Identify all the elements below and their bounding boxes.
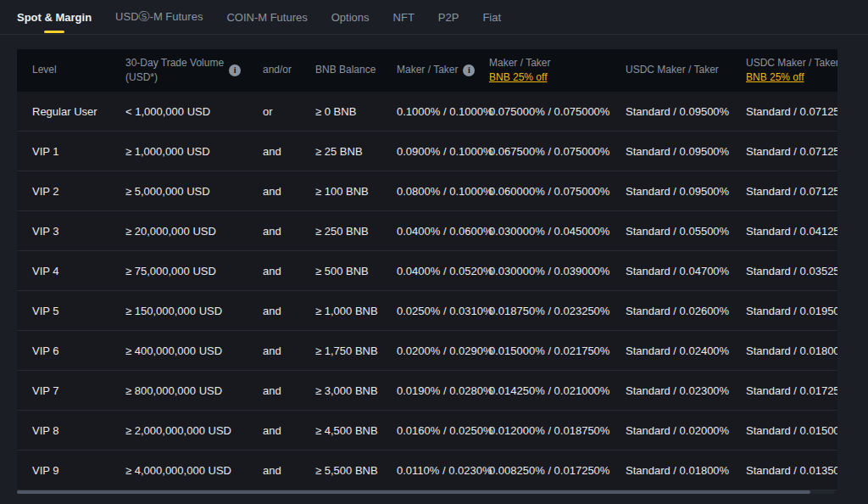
table-row: VIP 4 ≥ 75,000,000 USD and ≥ 500 BNB 0.0… [17, 251, 837, 291]
header-usdc-maker-taker: USDC Maker / Taker [626, 63, 746, 77]
tab-nft[interactable]: NFT [393, 0, 415, 34]
cell-usdc-bnb: Standard / 0.018000 [746, 344, 837, 357]
cell-usdc-maker-taker: Standard / 0.05500% [626, 225, 746, 238]
cell-usdc-maker-taker: Standard / 0.09500% [626, 145, 746, 158]
table-row: VIP 9 ≥ 4,000,000,000 USD and ≥ 5,500 BN… [17, 451, 837, 490]
tab-label: USDⓈ-M Futures [115, 9, 203, 25]
cell-trade-volume: ≥ 400,000,000 USD [125, 344, 263, 357]
cell-usdc-bnb: Standard / 0.041250 [746, 225, 837, 238]
cell-maker-taker-bnb: 0.067500% / 0.075000% [489, 145, 626, 158]
cell-andor: and [263, 344, 315, 357]
tab-options[interactable]: Options [331, 0, 370, 34]
cell-maker-taker-bnb: 0.030000% / 0.045000% [489, 225, 626, 238]
tab-fiat[interactable]: Fiat [482, 0, 501, 34]
cell-usdc-bnb: Standard / 0.071250 [746, 145, 837, 158]
cell-level: VIP 1 [32, 145, 125, 158]
tab-label: Options [331, 11, 370, 24]
horizontal-scrollbar-track[interactable] [17, 490, 835, 494]
cell-maker-taker: 0.0400% / 0.0600% [397, 225, 489, 238]
tab-label: Spot & Margin [17, 11, 92, 24]
cell-trade-volume: ≥ 150,000,000 USD [125, 305, 263, 317]
cell-bnb-balance: ≥ 3,000 BNB [315, 384, 397, 397]
cell-andor: and [263, 185, 315, 198]
table-row: VIP 6 ≥ 400,000,000 USD and ≥ 1,750 BNB … [17, 331, 837, 371]
cell-usdc-bnb: Standard / 0.013500 [746, 464, 837, 477]
table-header-row: Level 30-Day Trade Volume(USD*) i and/or… [17, 49, 837, 92]
header-andor: and/or [263, 63, 315, 77]
cell-usdc-bnb: Standard / 0.015000 [746, 424, 837, 437]
tab-usd-m-futures[interactable]: USDⓈ-M Futures [115, 0, 203, 34]
cell-usdc-bnb: Standard / 0.017250 [746, 384, 837, 397]
cell-andor: and [263, 145, 315, 158]
cell-maker-taker-bnb: 0.030000% / 0.039000% [489, 265, 626, 277]
cell-usdc-bnb: Standard / 0.071250 [746, 185, 837, 198]
cell-maker-taker: 0.1000% / 0.1000% [397, 105, 489, 118]
cell-maker-taker: 0.0190% / 0.0280% [397, 384, 489, 397]
fee-table: Level 30-Day Trade Volume(USD*) i and/or… [17, 49, 837, 490]
tab-label: P2P [438, 11, 459, 24]
cell-usdc-maker-taker: Standard / 0.02400% [626, 344, 746, 357]
cell-bnb-balance: ≥ 1,750 BNB [315, 344, 397, 357]
cell-trade-volume: ≥ 2,000,000,000 USD [125, 424, 263, 437]
cell-andor: and [263, 464, 315, 477]
cell-maker-taker-bnb: 0.014250% / 0.021000% [489, 384, 626, 397]
cell-level: VIP 7 [32, 384, 125, 397]
cell-trade-volume: ≥ 5,000,000 USD [125, 185, 263, 198]
cell-maker-taker-bnb: 0.060000% / 0.075000% [489, 185, 626, 198]
cell-maker-taker: 0.0900% / 0.1000% [397, 145, 489, 158]
cell-usdc-maker-taker: Standard / 0.02600% [626, 305, 746, 317]
cell-maker-taker: 0.0160% / 0.0250% [397, 424, 489, 437]
cell-usdc-bnb: Standard / 0.071250 [746, 105, 837, 118]
table-row: VIP 1 ≥ 1,000,000 USD and ≥ 25 BNB 0.090… [17, 132, 837, 171]
cell-maker-taker: 0.0200% / 0.0290% [397, 344, 489, 357]
table-row: Regular User < 1,000,000 USD or ≥ 0 BNB … [17, 92, 837, 132]
header-bnb-balance: BNB Balance [315, 63, 397, 77]
trade-volume-info-icon[interactable]: i [229, 64, 241, 76]
cell-level: VIP 8 [32, 424, 125, 437]
cell-bnb-balance: ≥ 4,500 BNB [315, 424, 397, 437]
tab-label: Fiat [482, 11, 501, 24]
cell-level: VIP 4 [32, 265, 125, 277]
cell-usdc-maker-taker: Standard / 0.01800% [626, 464, 746, 477]
cell-bnb-balance: ≥ 1,000 BNB [315, 305, 397, 317]
header-maker-taker-bnb: Maker / Taker BNB 25% off [489, 56, 626, 86]
table-row: VIP 8 ≥ 2,000,000,000 USD and ≥ 4,500 BN… [17, 411, 837, 451]
cell-andor: and [263, 225, 315, 238]
table-row: VIP 5 ≥ 150,000,000 USD and ≥ 1,000 BNB … [17, 291, 837, 331]
cell-andor: and [263, 384, 315, 397]
header-trade-volume: 30-Day Trade Volume(USD*) i [125, 56, 263, 86]
cell-trade-volume: ≥ 4,000,000,000 USD [125, 464, 263, 477]
bnb-discount-link[interactable]: BNB 25% off [489, 71, 547, 83]
cell-usdc-maker-taker: Standard / 0.02000% [626, 424, 746, 437]
cell-usdc-bnb: Standard / 0.019500 [746, 305, 837, 317]
table-body: Regular User < 1,000,000 USD or ≥ 0 BNB … [17, 92, 837, 490]
maker-taker-info-icon[interactable]: i [463, 64, 475, 76]
cell-trade-volume: ≥ 800,000,000 USD [125, 384, 263, 397]
cell-trade-volume: ≥ 20,000,000 USD [125, 225, 263, 238]
tab-p2p[interactable]: P2P [438, 0, 459, 34]
cell-maker-taker: 0.0250% / 0.0310% [397, 305, 489, 317]
cell-bnb-balance: ≥ 250 BNB [315, 225, 397, 238]
cell-andor: and [263, 305, 315, 317]
tab-coin-m-futures[interactable]: COIN-M Futures [226, 0, 307, 34]
cell-maker-taker: 0.0400% / 0.0520% [397, 265, 489, 277]
cell-trade-volume: ≥ 75,000,000 USD [125, 265, 263, 277]
cell-andor: and [263, 424, 315, 437]
cell-maker-taker-bnb: 0.075000% / 0.075000% [489, 105, 626, 118]
header-usdc-bnb: USDC Maker / Taker BNB 25% off [746, 56, 837, 86]
tab-bar: Spot & Margin USDⓈ-M Futures COIN-M Futu… [0, 0, 868, 35]
cell-level: VIP 6 [32, 344, 125, 357]
cell-level: Regular User [32, 105, 125, 118]
cell-usdc-maker-taker: Standard / 0.02300% [626, 384, 746, 397]
table-row: VIP 7 ≥ 800,000,000 USD and ≥ 3,000 BNB … [17, 371, 837, 411]
tab-spot-margin[interactable]: Spot & Margin [17, 0, 92, 34]
cell-maker-taker-bnb: 0.008250% / 0.017250% [489, 464, 626, 477]
cell-bnb-balance: ≥ 500 BNB [315, 265, 397, 277]
cell-trade-volume: < 1,000,000 USD [125, 105, 263, 118]
cell-andor: or [263, 105, 315, 118]
usdc-bnb-discount-link[interactable]: BNB 25% off [746, 71, 804, 83]
horizontal-scrollbar-thumb[interactable] [17, 490, 810, 494]
cell-bnb-balance: ≥ 25 BNB [315, 145, 397, 158]
tab-label: COIN-M Futures [226, 11, 307, 24]
cell-bnb-balance: ≥ 0 BNB [315, 105, 397, 118]
